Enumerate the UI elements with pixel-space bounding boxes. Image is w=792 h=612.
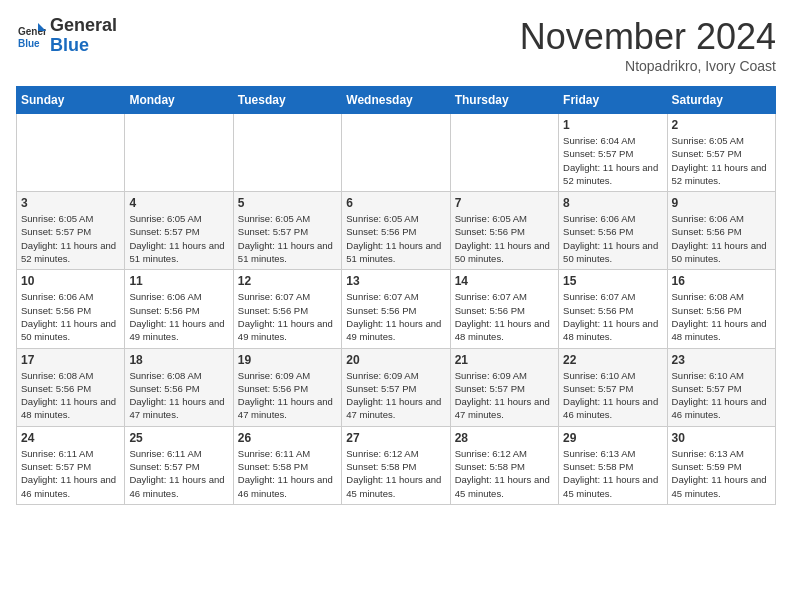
day-header-thursday: Thursday [450, 87, 558, 114]
calendar-cell: 1Sunrise: 6:04 AM Sunset: 5:57 PM Daylig… [559, 114, 667, 192]
day-number: 24 [21, 431, 120, 445]
day-number: 1 [563, 118, 662, 132]
calendar-cell: 30Sunrise: 6:13 AM Sunset: 5:59 PM Dayli… [667, 426, 775, 504]
month-title: November 2024 [520, 16, 776, 58]
day-info: Sunrise: 6:11 AM Sunset: 5:58 PM Dayligh… [238, 447, 337, 500]
day-header-wednesday: Wednesday [342, 87, 450, 114]
day-number: 16 [672, 274, 771, 288]
day-info: Sunrise: 6:07 AM Sunset: 5:56 PM Dayligh… [346, 290, 445, 343]
day-info: Sunrise: 6:09 AM Sunset: 5:57 PM Dayligh… [455, 369, 554, 422]
day-number: 10 [21, 274, 120, 288]
day-number: 11 [129, 274, 228, 288]
day-info: Sunrise: 6:05 AM Sunset: 5:57 PM Dayligh… [672, 134, 771, 187]
logo: General Blue General Blue [16, 16, 117, 56]
day-info: Sunrise: 6:12 AM Sunset: 5:58 PM Dayligh… [346, 447, 445, 500]
svg-text:Blue: Blue [18, 38, 40, 49]
day-info: Sunrise: 6:13 AM Sunset: 5:59 PM Dayligh… [672, 447, 771, 500]
day-info: Sunrise: 6:05 AM Sunset: 5:56 PM Dayligh… [346, 212, 445, 265]
day-info: Sunrise: 6:06 AM Sunset: 5:56 PM Dayligh… [21, 290, 120, 343]
calendar-week-2: 3Sunrise: 6:05 AM Sunset: 5:57 PM Daylig… [17, 192, 776, 270]
calendar-cell: 29Sunrise: 6:13 AM Sunset: 5:58 PM Dayli… [559, 426, 667, 504]
day-number: 22 [563, 353, 662, 367]
day-header-saturday: Saturday [667, 87, 775, 114]
calendar-cell: 3Sunrise: 6:05 AM Sunset: 5:57 PM Daylig… [17, 192, 125, 270]
day-number: 12 [238, 274, 337, 288]
calendar-cell [233, 114, 341, 192]
day-info: Sunrise: 6:05 AM Sunset: 5:57 PM Dayligh… [238, 212, 337, 265]
calendar-cell: 24Sunrise: 6:11 AM Sunset: 5:57 PM Dayli… [17, 426, 125, 504]
day-info: Sunrise: 6:10 AM Sunset: 5:57 PM Dayligh… [563, 369, 662, 422]
calendar-body: 1Sunrise: 6:04 AM Sunset: 5:57 PM Daylig… [17, 114, 776, 505]
day-info: Sunrise: 6:13 AM Sunset: 5:58 PM Dayligh… [563, 447, 662, 500]
calendar-cell: 2Sunrise: 6:05 AM Sunset: 5:57 PM Daylig… [667, 114, 775, 192]
calendar-cell: 4Sunrise: 6:05 AM Sunset: 5:57 PM Daylig… [125, 192, 233, 270]
day-info: Sunrise: 6:08 AM Sunset: 5:56 PM Dayligh… [129, 369, 228, 422]
day-info: Sunrise: 6:06 AM Sunset: 5:56 PM Dayligh… [672, 212, 771, 265]
day-info: Sunrise: 6:06 AM Sunset: 5:56 PM Dayligh… [563, 212, 662, 265]
day-info: Sunrise: 6:05 AM Sunset: 5:57 PM Dayligh… [129, 212, 228, 265]
calendar-cell [17, 114, 125, 192]
day-info: Sunrise: 6:08 AM Sunset: 5:56 PM Dayligh… [672, 290, 771, 343]
day-info: Sunrise: 6:05 AM Sunset: 5:56 PM Dayligh… [455, 212, 554, 265]
day-number: 3 [21, 196, 120, 210]
calendar-cell: 16Sunrise: 6:08 AM Sunset: 5:56 PM Dayli… [667, 270, 775, 348]
page-header: General Blue General Blue November 2024 … [16, 16, 776, 74]
calendar-cell: 21Sunrise: 6:09 AM Sunset: 5:57 PM Dayli… [450, 348, 558, 426]
day-header-friday: Friday [559, 87, 667, 114]
calendar-cell: 20Sunrise: 6:09 AM Sunset: 5:57 PM Dayli… [342, 348, 450, 426]
calendar-cell: 10Sunrise: 6:06 AM Sunset: 5:56 PM Dayli… [17, 270, 125, 348]
day-info: Sunrise: 6:11 AM Sunset: 5:57 PM Dayligh… [129, 447, 228, 500]
day-number: 6 [346, 196, 445, 210]
calendar-cell: 9Sunrise: 6:06 AM Sunset: 5:56 PM Daylig… [667, 192, 775, 270]
day-number: 7 [455, 196, 554, 210]
day-info: Sunrise: 6:04 AM Sunset: 5:57 PM Dayligh… [563, 134, 662, 187]
day-number: 30 [672, 431, 771, 445]
calendar-cell: 13Sunrise: 6:07 AM Sunset: 5:56 PM Dayli… [342, 270, 450, 348]
day-number: 13 [346, 274, 445, 288]
calendar-cell: 23Sunrise: 6:10 AM Sunset: 5:57 PM Dayli… [667, 348, 775, 426]
day-number: 25 [129, 431, 228, 445]
calendar-cell: 6Sunrise: 6:05 AM Sunset: 5:56 PM Daylig… [342, 192, 450, 270]
calendar-cell: 27Sunrise: 6:12 AM Sunset: 5:58 PM Dayli… [342, 426, 450, 504]
day-number: 14 [455, 274, 554, 288]
calendar-cell: 11Sunrise: 6:06 AM Sunset: 5:56 PM Dayli… [125, 270, 233, 348]
day-number: 19 [238, 353, 337, 367]
day-number: 26 [238, 431, 337, 445]
calendar-cell: 12Sunrise: 6:07 AM Sunset: 5:56 PM Dayli… [233, 270, 341, 348]
calendar-week-4: 17Sunrise: 6:08 AM Sunset: 5:56 PM Dayli… [17, 348, 776, 426]
day-number: 2 [672, 118, 771, 132]
day-number: 20 [346, 353, 445, 367]
calendar-cell: 18Sunrise: 6:08 AM Sunset: 5:56 PM Dayli… [125, 348, 233, 426]
calendar-cell: 15Sunrise: 6:07 AM Sunset: 5:56 PM Dayli… [559, 270, 667, 348]
calendar-cell: 26Sunrise: 6:11 AM Sunset: 5:58 PM Dayli… [233, 426, 341, 504]
day-header-monday: Monday [125, 87, 233, 114]
day-header-sunday: Sunday [17, 87, 125, 114]
day-number: 17 [21, 353, 120, 367]
day-number: 9 [672, 196, 771, 210]
day-number: 29 [563, 431, 662, 445]
day-number: 27 [346, 431, 445, 445]
calendar-cell [450, 114, 558, 192]
day-info: Sunrise: 6:06 AM Sunset: 5:56 PM Dayligh… [129, 290, 228, 343]
day-number: 8 [563, 196, 662, 210]
day-number: 4 [129, 196, 228, 210]
calendar-week-5: 24Sunrise: 6:11 AM Sunset: 5:57 PM Dayli… [17, 426, 776, 504]
calendar-cell: 5Sunrise: 6:05 AM Sunset: 5:57 PM Daylig… [233, 192, 341, 270]
logo-general-text: General [50, 15, 117, 35]
calendar-cell: 17Sunrise: 6:08 AM Sunset: 5:56 PM Dayli… [17, 348, 125, 426]
day-number: 5 [238, 196, 337, 210]
day-info: Sunrise: 6:07 AM Sunset: 5:56 PM Dayligh… [238, 290, 337, 343]
day-info: Sunrise: 6:09 AM Sunset: 5:56 PM Dayligh… [238, 369, 337, 422]
day-number: 18 [129, 353, 228, 367]
day-info: Sunrise: 6:09 AM Sunset: 5:57 PM Dayligh… [346, 369, 445, 422]
day-info: Sunrise: 6:07 AM Sunset: 5:56 PM Dayligh… [455, 290, 554, 343]
day-number: 28 [455, 431, 554, 445]
day-number: 15 [563, 274, 662, 288]
day-number: 23 [672, 353, 771, 367]
day-number: 21 [455, 353, 554, 367]
location-subtitle: Ntopadrikro, Ivory Coast [520, 58, 776, 74]
day-info: Sunrise: 6:12 AM Sunset: 5:58 PM Dayligh… [455, 447, 554, 500]
calendar-week-3: 10Sunrise: 6:06 AM Sunset: 5:56 PM Dayli… [17, 270, 776, 348]
calendar-week-1: 1Sunrise: 6:04 AM Sunset: 5:57 PM Daylig… [17, 114, 776, 192]
day-header-tuesday: Tuesday [233, 87, 341, 114]
